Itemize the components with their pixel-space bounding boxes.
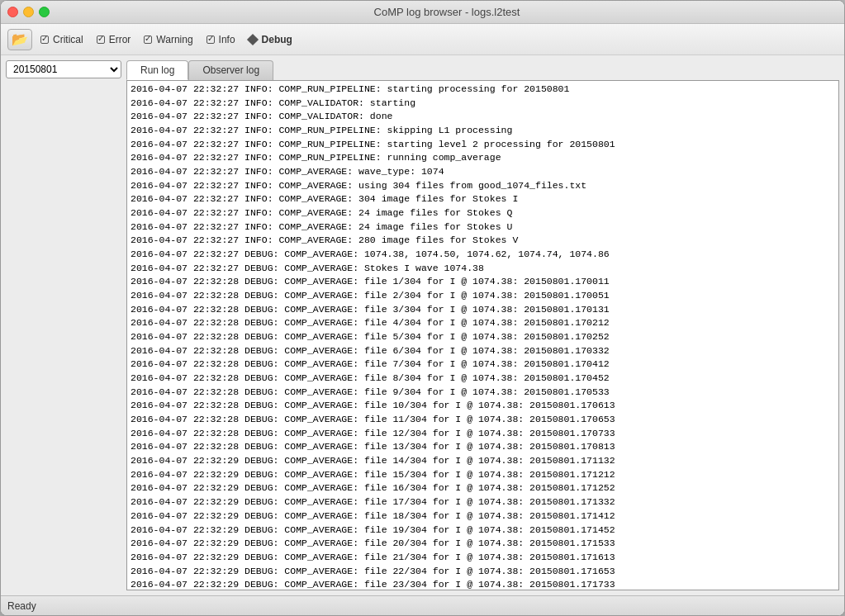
- open-button[interactable]: 📂: [7, 29, 32, 50]
- log-container: 2016-04-07 22:32:27 INFO: COMP_RUN_PIPEL…: [126, 80, 839, 590]
- info-check-icon: [207, 36, 215, 44]
- warning-toggle[interactable]: Warning: [139, 31, 197, 48]
- status-bar: Ready: [1, 595, 844, 615]
- debug-diamond-icon: [247, 33, 259, 45]
- critical-label: Critical: [53, 34, 83, 45]
- warning-check-icon: [144, 36, 152, 44]
- critical-check-icon: [40, 36, 49, 44]
- critical-toggle[interactable]: Critical: [36, 31, 88, 48]
- toolbar: 📂 Critical Error Warning Info Debug: [1, 24, 844, 55]
- debug-toggle[interactable]: Debug: [244, 31, 297, 48]
- open-icon: 📂: [12, 31, 28, 47]
- left-panel: 20150801: [6, 60, 121, 590]
- main-window: CoMP log browser - logs.l2test 📂 Critica…: [0, 0, 845, 616]
- error-check-icon: [97, 36, 105, 44]
- tab-observer-log[interactable]: Observer log: [188, 60, 273, 80]
- close-button[interactable]: [7, 7, 18, 17]
- right-panel: Run log Observer log 2016-04-07 22:32:27…: [126, 60, 839, 590]
- title-bar: CoMP log browser - logs.l2test: [1, 1, 844, 24]
- tab-bar: Run log Observer log: [126, 60, 839, 80]
- traffic-lights: [7, 7, 50, 17]
- maximize-button[interactable]: [39, 7, 50, 17]
- minimize-button[interactable]: [23, 7, 34, 17]
- warning-label: Warning: [156, 34, 192, 45]
- window-title: CoMP log browser - logs.l2test: [56, 6, 838, 18]
- error-toggle[interactable]: Error: [92, 31, 136, 48]
- status-text: Ready: [7, 600, 36, 612]
- tab-run-log[interactable]: Run log: [126, 60, 188, 80]
- main-content: 20150801 Run log Observer log 2016-04-07…: [1, 55, 844, 595]
- info-label: Info: [219, 34, 235, 45]
- date-selector[interactable]: 20150801: [6, 60, 121, 78]
- info-toggle[interactable]: Info: [202, 31, 240, 48]
- log-content[interactable]: 2016-04-07 22:32:27 INFO: COMP_RUN_PIPEL…: [127, 81, 838, 590]
- debug-label: Debug: [262, 34, 292, 45]
- error-label: Error: [109, 34, 131, 45]
